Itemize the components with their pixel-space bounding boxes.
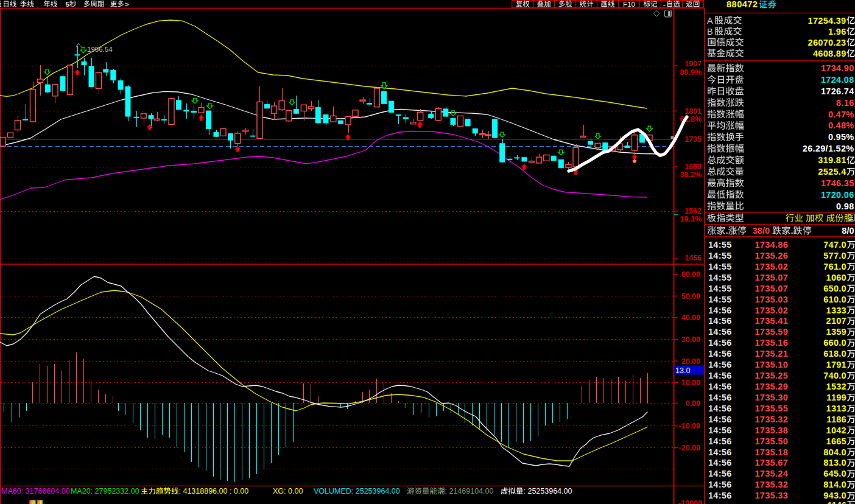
- svg-text:: 21469104.00: : 21469104.00: [445, 487, 494, 495]
- svg-text:14:55: 14:55: [708, 262, 732, 271]
- svg-text:1734.86: 1734.86: [755, 240, 788, 250]
- svg-text:1735.02: 1735.02: [755, 306, 788, 315]
- svg-text:14:56: 14:56: [708, 469, 732, 478]
- svg-text:50.00: 50.00: [681, 292, 700, 301]
- svg-text:14:56: 14:56: [708, 415, 732, 424]
- svg-text:8/0: 8/0: [842, 226, 854, 236]
- svg-text:1735.02: 1735.02: [755, 262, 788, 271]
- svg-text:40.00: 40.00: [681, 313, 700, 322]
- svg-text:14:56: 14:56: [708, 327, 732, 337]
- svg-text:MA20: 27952332.00: MA20: 27952332.00: [71, 487, 139, 495]
- svg-text:14:56: 14:56: [708, 360, 732, 369]
- svg-text:: 41318896.00 : 0.00: : 41318896.00 : 0.00: [179, 487, 249, 495]
- svg-text:1724.08: 1724.08: [821, 75, 854, 85]
- svg-text:319.81: 319.81: [818, 155, 846, 165]
- svg-text:0.00: 0.00: [686, 399, 700, 408]
- svg-text:20.00: 20.00: [681, 357, 700, 366]
- svg-text:761.0: 761.0: [823, 262, 846, 271]
- svg-text:14:56: 14:56: [708, 491, 732, 500]
- svg-text:1562: 1562: [684, 207, 702, 215]
- svg-text:1665: 1665: [826, 436, 846, 446]
- svg-text:38/0: 38/0: [753, 226, 770, 236]
- svg-text:14:56: 14:56: [708, 371, 732, 380]
- svg-text:1791: 1791: [826, 360, 846, 369]
- svg-text:577.0: 577.0: [823, 251, 846, 261]
- svg-text:14:56: 14:56: [708, 382, 732, 391]
- svg-text:1060: 1060: [826, 273, 846, 282]
- svg-text:1720.06: 1720.06: [821, 190, 854, 200]
- svg-text:>: >: [125, 1, 129, 8]
- svg-text:1735.03: 1735.03: [755, 295, 788, 304]
- svg-text:XG: 0.00: XG: 0.00: [273, 487, 303, 495]
- svg-text:1735.07: 1735.07: [755, 284, 788, 293]
- svg-text:30.00: 30.00: [681, 335, 700, 344]
- svg-text:14:56: 14:56: [708, 480, 732, 489]
- svg-text:804.0: 804.0: [823, 447, 846, 457]
- svg-text:1735.67: 1735.67: [755, 458, 788, 467]
- svg-text:-20.00: -20.00: [679, 444, 700, 452]
- svg-text:645.0: 645.0: [823, 469, 846, 478]
- svg-text:: 25253964.00: : 25253964.00: [524, 487, 572, 495]
- svg-text:4608.89: 4608.89: [813, 49, 846, 58]
- svg-text:1956.54: 1956.54: [87, 46, 113, 53]
- svg-text:1735.59: 1735.59: [755, 327, 788, 337]
- svg-text:10.00: 10.00: [681, 379, 700, 387]
- svg-text:1735.41: 1735.41: [755, 316, 788, 326]
- svg-text:1735.25: 1735.25: [755, 371, 788, 380]
- svg-text:5: 5: [66, 1, 70, 8]
- svg-text:14:56: 14:56: [708, 447, 732, 457]
- svg-text:1746.35: 1746.35: [821, 178, 854, 188]
- svg-text:19.1%: 19.1%: [680, 215, 702, 223]
- svg-text:14:55: 14:55: [708, 240, 732, 250]
- svg-text:8.16: 8.16: [836, 98, 854, 108]
- svg-text:0.98: 0.98: [836, 201, 854, 211]
- svg-text:1532: 1532: [826, 382, 846, 391]
- svg-text:26070.23: 26070.23: [808, 38, 846, 47]
- svg-text:1735.55: 1735.55: [755, 404, 788, 413]
- svg-text:1199: 1199: [826, 393, 846, 402]
- svg-text:1735.30: 1735.30: [755, 393, 788, 402]
- svg-text:1735: 1735: [684, 135, 702, 144]
- svg-text:1734.90: 1734.90: [821, 63, 854, 73]
- svg-text:60.00: 60.00: [681, 270, 700, 279]
- svg-text:14:56: 14:56: [708, 306, 732, 315]
- svg-text:0.48%: 0.48%: [828, 121, 854, 130]
- svg-text:1333: 1333: [826, 306, 846, 315]
- svg-text:1456: 1456: [684, 254, 702, 262]
- svg-text:2107: 2107: [826, 316, 846, 326]
- svg-text:MA60: 31766604.00: MA60: 31766604.00: [1, 487, 70, 495]
- svg-text:618.0: 618.0: [823, 349, 846, 359]
- svg-text:-: -: [663, 1, 666, 8]
- svg-text:80.9%: 80.9%: [680, 68, 702, 77]
- svg-text:814.0: 814.0: [823, 480, 846, 489]
- svg-text:B: B: [707, 27, 713, 37]
- svg-text:17254.39: 17254.39: [808, 16, 846, 26]
- svg-text:943.0: 943.0: [823, 491, 846, 500]
- svg-text:1735.29: 1735.29: [755, 382, 788, 391]
- svg-text:1042: 1042: [826, 425, 846, 435]
- svg-text:1735.16: 1735.16: [755, 338, 788, 348]
- svg-text:1735.10: 1735.10: [755, 360, 788, 369]
- svg-text:14:56: 14:56: [708, 349, 732, 359]
- svg-text:880472: 880472: [727, 0, 758, 9]
- svg-text:-10.00: -10.00: [679, 422, 700, 430]
- svg-text:38.2%: 38.2%: [680, 170, 702, 179]
- svg-text:650.0: 650.0: [823, 284, 846, 293]
- svg-text:1186: 1186: [826, 415, 846, 424]
- svg-text:F10: F10: [623, 1, 635, 8]
- svg-text:VOLUMED: 25253964.00: VOLUMED: 25253964.00: [314, 487, 400, 495]
- svg-text:26.29/1.52%: 26.29/1.52%: [803, 144, 854, 153]
- svg-text:660.0: 660.0: [823, 338, 846, 348]
- svg-text:747.0: 747.0: [823, 240, 846, 250]
- svg-text:14:55: 14:55: [708, 251, 732, 261]
- svg-text:2525.4: 2525.4: [818, 167, 846, 177]
- svg-text:14:55: 14:55: [708, 295, 732, 304]
- svg-text:1735.21: 1735.21: [755, 349, 788, 359]
- svg-text:1735.38: 1735.38: [755, 425, 788, 435]
- svg-text:1735.32: 1735.32: [755, 415, 788, 424]
- svg-text:13.0: 13.0: [675, 366, 690, 375]
- svg-text:14:56: 14:56: [708, 404, 732, 413]
- svg-text:.: .: [725, 226, 728, 236]
- svg-text:14:56: 14:56: [708, 393, 732, 402]
- svg-text:813.0: 813.0: [823, 458, 846, 467]
